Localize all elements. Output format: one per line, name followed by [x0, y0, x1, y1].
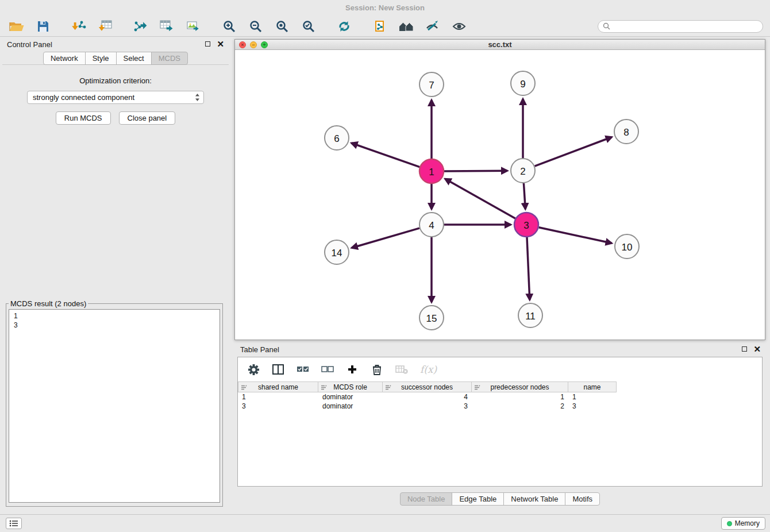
table-settings-icon [248, 364, 259, 375]
graph-node-14[interactable]: 14 [325, 240, 349, 264]
column-label: shared name [258, 383, 298, 391]
save-session-button[interactable] [33, 18, 53, 35]
deselect-all-button[interactable] [321, 362, 334, 377]
function-builder-button: f(x) [420, 362, 437, 377]
toolbar-group [334, 18, 354, 35]
graph-node-3[interactable]: 3 [514, 213, 538, 237]
clone-network-button[interactable] [370, 18, 390, 35]
node-label-2: 2 [520, 166, 525, 177]
graph-node-2[interactable]: 2 [511, 159, 535, 183]
tab-motifs[interactable]: Motifs [565, 492, 600, 506]
table-row[interactable]: 3dominator323 [238, 402, 762, 411]
edge-3-10[interactable] [539, 228, 612, 244]
zoom-out-button[interactable] [246, 18, 265, 35]
zoom-out-icon [249, 20, 262, 33]
close-window-button[interactable]: × [239, 41, 246, 48]
tab-select[interactable]: Select [116, 52, 152, 65]
graph-node-15[interactable]: 15 [419, 306, 444, 330]
window-title: Session: New Session [345, 3, 425, 12]
graph-node-8[interactable]: 8 [614, 119, 638, 144]
function-builder-icon: f(x) [420, 364, 437, 375]
tab-style[interactable]: Style [85, 52, 117, 65]
graph-node-7[interactable]: 7 [419, 72, 444, 97]
close-mcds-panel-button[interactable]: Close panel [119, 111, 176, 125]
edge-2-8[interactable] [535, 137, 612, 167]
run-mcds-button[interactable]: Run MCDS [56, 111, 111, 125]
import-table-button[interactable] [95, 18, 115, 35]
delete-row-button[interactable] [371, 362, 383, 377]
column-header-name[interactable]: name [568, 381, 617, 392]
home-button[interactable] [396, 18, 416, 35]
control-panel-close-icon[interactable]: ✕ [217, 41, 224, 47]
mcds-result-list[interactable]: 13 [9, 309, 220, 503]
edge-4-14[interactable] [352, 228, 419, 248]
tab-node-table[interactable]: Node Table [400, 492, 453, 506]
column-label: name [583, 383, 600, 391]
export-image-icon [187, 20, 201, 33]
destroy-table-icon [395, 365, 408, 374]
sort-icon [241, 384, 247, 392]
deselect-all-icon [321, 365, 334, 373]
zoom-window-button[interactable]: + [261, 41, 268, 48]
criterion-selected-value: strongly connected component [33, 93, 195, 102]
network-window-title: scc.txt [488, 40, 511, 49]
table-panel-close-icon[interactable]: ✕ [753, 346, 761, 352]
edge-3-11[interactable] [527, 237, 530, 300]
edge-2-3[interactable] [523, 183, 525, 209]
minimize-window-button[interactable]: − [250, 41, 257, 48]
zoom-selected-button[interactable] [299, 18, 318, 35]
tab-network[interactable]: Network [43, 52, 86, 65]
graph-node-9[interactable]: 9 [511, 71, 535, 95]
toolbar-group [69, 18, 115, 35]
edge-1-2[interactable] [444, 171, 507, 171]
table-cell: 1 [472, 392, 568, 402]
graph-node-10[interactable]: 10 [615, 234, 639, 259]
column-header-shared-name[interactable]: shared name [238, 381, 318, 392]
export-network-button[interactable] [131, 18, 151, 35]
control-panel-title: Control Panel [7, 40, 52, 49]
refresh-view-button[interactable] [334, 18, 354, 35]
column-header-successor-nodes[interactable]: successor nodes [383, 381, 472, 392]
search-input[interactable] [613, 22, 758, 31]
tab-edge-table[interactable]: Edge Table [452, 492, 504, 506]
open-session-button[interactable] [7, 18, 26, 35]
edge-3-1[interactable] [445, 179, 515, 218]
column-layout-button[interactable] [272, 362, 284, 377]
import-network-button[interactable] [69, 18, 88, 35]
control-panel-float-icon[interactable] [205, 41, 210, 47]
graph-node-11[interactable]: 11 [518, 303, 542, 327]
network-window-titlebar[interactable]: × − + scc.txt [235, 40, 765, 50]
add-row-button[interactable] [346, 362, 359, 377]
table-cell: 3 [568, 402, 617, 411]
table-settings-button[interactable] [247, 362, 260, 377]
task-history-button[interactable] [6, 518, 22, 529]
memory-button[interactable]: Memory [721, 517, 765, 530]
zoom-fit-button[interactable] [272, 18, 292, 35]
network-canvas[interactable]: 7968124314101511 [235, 50, 765, 340]
destroy-table-button [395, 362, 408, 377]
column-label: predecessor nodes [490, 383, 549, 391]
select-all-button[interactable] [297, 362, 309, 377]
tab-mcds[interactable]: MCDS [151, 52, 188, 65]
node-label-1: 1 [429, 167, 434, 178]
show-hide-button[interactable] [449, 18, 469, 35]
table-panel-float-icon[interactable] [742, 346, 747, 352]
edge-1-6[interactable] [352, 143, 420, 167]
export-table-button[interactable] [157, 18, 177, 35]
graph-node-4[interactable]: 4 [419, 213, 444, 237]
graph-node-6[interactable]: 6 [325, 126, 349, 150]
sort-icon [474, 384, 480, 392]
export-image-button[interactable] [184, 18, 203, 35]
criterion-select[interactable]: strongly connected component [27, 91, 204, 104]
select-all-icon [297, 365, 309, 373]
column-header-mcds-role[interactable]: MCDS role [318, 381, 383, 392]
graph-node-1[interactable]: 1 [419, 159, 444, 183]
table-row[interactable]: 1dominator411 [238, 392, 762, 402]
style-paint-button[interactable] [423, 18, 442, 35]
tab-network-table[interactable]: Network Table [503, 492, 565, 506]
zoom-in-button[interactable] [220, 18, 239, 35]
network-graph[interactable]: 7968124314101511 [235, 50, 765, 340]
search-box [598, 20, 763, 33]
column-header-predecessor-nodes[interactable]: predecessor nodes [472, 381, 568, 392]
import-network-icon [71, 20, 86, 33]
